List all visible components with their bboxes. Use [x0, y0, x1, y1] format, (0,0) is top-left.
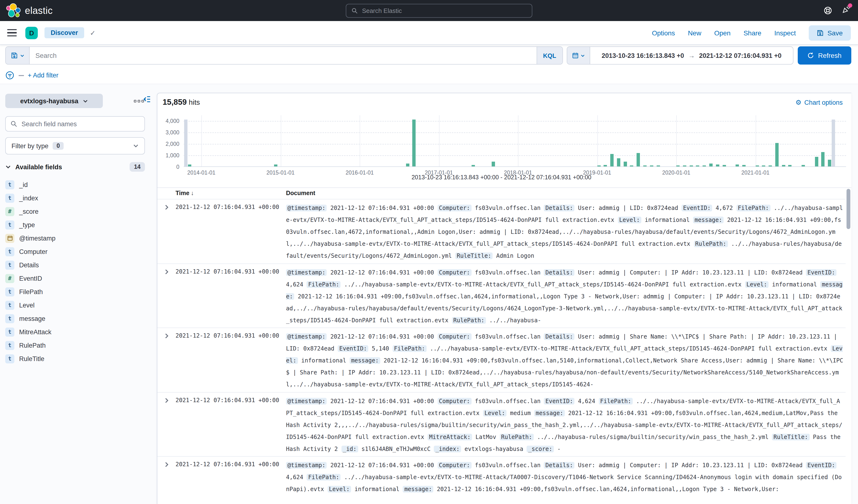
date-end[interactable]: 2021-12-12 07:16:04.931 +0 [699, 52, 782, 59]
field-item--id[interactable]: t_id [5, 178, 145, 191]
table-scrollbar[interactable] [846, 189, 851, 502]
gridline [360, 115, 360, 167]
chart-options-button[interactable]: ⚙ Chart options [795, 98, 843, 106]
field-name: _type [19, 221, 35, 228]
histogram-bar [775, 143, 779, 166]
add-filter-button[interactable]: + Add filter [28, 72, 58, 79]
field-chip: FilePath: [599, 398, 633, 405]
histogram-bar [768, 165, 772, 166]
brand-name: elastic [25, 5, 53, 16]
filter-by-type-select[interactable]: Filter by type 0 [5, 137, 145, 155]
histogram-bar [789, 165, 792, 166]
y-axis-tick: 4,000 [159, 118, 179, 124]
expand-row-icon[interactable] [163, 204, 170, 212]
field-chip: message: [403, 486, 433, 493]
field-search-input[interactable]: Search field names [5, 116, 145, 131]
save-query-icon [11, 52, 17, 59]
field-item--index[interactable]: t_index [5, 191, 145, 205]
inspect-button[interactable]: Inspect [774, 29, 796, 36]
field-item-details[interactable]: tDetails [5, 258, 145, 272]
field-item-rulepath[interactable]: tRulePath [5, 339, 145, 352]
field-chip: Level: [483, 410, 507, 417]
open-button[interactable]: Open [714, 29, 731, 36]
field-name: _index [19, 194, 38, 201]
histogram-bar-partial [184, 119, 188, 166]
expand-row-icon[interactable] [163, 397, 170, 406]
histogram-bar [722, 165, 726, 166]
field-item-level[interactable]: tLevel [5, 298, 145, 312]
save-button[interactable]: Save [809, 25, 851, 40]
field-item-mitreattack[interactable]: tMitreAttack [5, 325, 145, 339]
breadcrumb-discover[interactable]: Discover [45, 27, 84, 38]
field-chip: RulePath: [499, 434, 534, 440]
field-chip: EventID: [544, 398, 575, 405]
expand-row-icon[interactable] [163, 332, 170, 341]
gridline [756, 115, 756, 167]
share-button[interactable]: Share [744, 29, 761, 36]
space-avatar[interactable]: D [25, 27, 38, 39]
row-time: 2021-12-12 07:16:04.931 +00:00 [176, 268, 279, 275]
global-header: elastic Search Elastic [0, 0, 858, 21]
calendar-button[interactable] [567, 47, 590, 64]
new-button[interactable]: New [688, 29, 701, 36]
field-item--score[interactable]: #_score [5, 205, 145, 218]
filter-icon[interactable] [5, 71, 14, 80]
histogram-bar [709, 164, 713, 166]
documents-table: 2021-12-12 07:16:04.931 +00:00@timestamp… [157, 199, 845, 504]
field-chip: FilePath: [307, 474, 341, 481]
field-name: message [19, 315, 45, 322]
fields-sidebar: evtxlogs-hayabusa Search field names Fil… [5, 94, 145, 365]
field-chip: Computer: [438, 269, 471, 276]
histogram[interactable]: 4,0003,0002,0001,00002014-01-012015-01-0… [184, 115, 846, 167]
field-item-filepath[interactable]: tFilePath [5, 285, 145, 298]
string-type-icon: t [5, 327, 14, 337]
field-chip: @timestamp: [286, 269, 327, 276]
time-column-header[interactable]: Time↓ [176, 190, 194, 197]
filter-type-count-badge: 0 [53, 142, 64, 150]
field-item--type[interactable]: t_type [5, 218, 145, 231]
field-chip: Computer: [438, 462, 471, 469]
query-input[interactable]: Search KQL [5, 46, 563, 65]
date-type-icon [5, 233, 14, 243]
gridline [184, 132, 846, 133]
header-icons [824, 0, 851, 21]
field-name: FilePath [19, 288, 43, 295]
refresh-button[interactable]: Refresh [798, 46, 851, 65]
newsfeed-icon[interactable] [842, 5, 851, 16]
string-type-icon: t [5, 247, 14, 256]
refresh-icon [808, 52, 814, 59]
table-header: Time↓ Document [157, 188, 845, 199]
options-button[interactable]: Options [652, 29, 675, 36]
gridline [676, 115, 677, 167]
histogram-bar [702, 165, 706, 166]
field-item-computer[interactable]: tComputer [5, 245, 145, 258]
expand-row-icon[interactable] [163, 268, 170, 277]
date-range-picker[interactable]: 2013-10-23 16:16:13.843 +0 → 2021-12-12 … [567, 46, 793, 65]
field-chip: _id: [341, 446, 358, 452]
histogram-bar [683, 165, 686, 166]
string-type-icon: t [5, 220, 14, 229]
collapse-sidebar-icon[interactable] [143, 95, 150, 103]
expand-row-icon[interactable] [163, 461, 170, 470]
kql-button[interactable]: KQL [536, 47, 562, 64]
elastic-logo-icon[interactable] [6, 3, 20, 18]
scrollbar-thumb[interactable] [846, 189, 851, 229]
field-name: @timestamp [19, 234, 55, 242]
global-search-input[interactable]: Search Elastic [346, 4, 532, 18]
saved-queries-button[interactable] [6, 47, 30, 64]
string-type-icon: t [5, 314, 14, 323]
histogram-bar [188, 164, 192, 166]
available-fields-header[interactable]: Available fields 14 [5, 162, 145, 172]
field-item-eventid[interactable]: #EventID [5, 272, 145, 285]
gridline [184, 144, 846, 144]
number-type-icon: # [5, 274, 14, 283]
field-item-ruletitle[interactable]: tRuleTitle [5, 352, 145, 365]
help-icon[interactable] [824, 6, 832, 15]
index-pattern-select[interactable]: evtxlogs-hayabusa [5, 94, 103, 108]
string-type-icon: t [5, 300, 14, 310]
search-icon [11, 120, 17, 127]
date-start[interactable]: 2013-10-23 16:16:13.843 +0 [602, 52, 684, 59]
menu-icon[interactable] [7, 29, 17, 36]
field-item--timestamp[interactable]: @timestamp [5, 231, 145, 245]
field-item-message[interactable]: tmessage [5, 312, 145, 325]
